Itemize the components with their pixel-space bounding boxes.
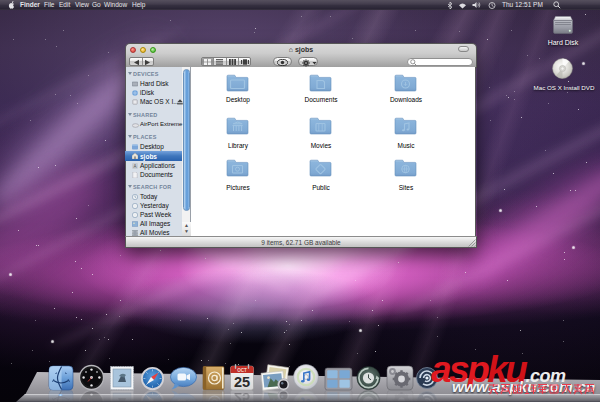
svg-text:A: A [133,163,136,168]
